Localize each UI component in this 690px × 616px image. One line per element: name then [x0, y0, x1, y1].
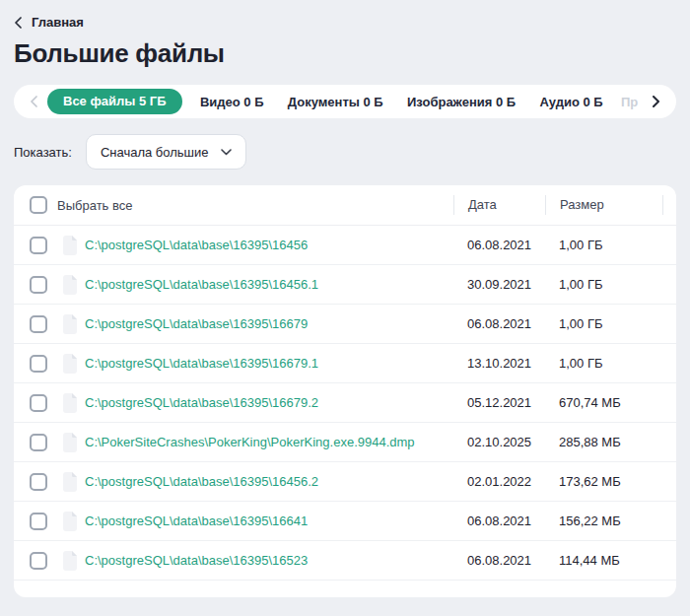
page-title: Большие файлы [14, 38, 676, 68]
table-row: C:\postgreSQL\data\base\16395\16456.2 02… [14, 462, 676, 502]
tab-list: Все файлы 5 ГБВидео 0 БДокументы 0 БИзоб… [47, 89, 643, 114]
file-path-link[interactable]: C:\postgreSQL\data\base\16395\16679.2 [85, 395, 318, 410]
file-date: 06.08.2021 [453, 316, 545, 331]
chevron-down-icon [221, 149, 232, 156]
file-size: 1,00 ГБ [545, 238, 662, 252]
file-size: 285,88 МБ [545, 435, 662, 449]
column-header-size: Размер [545, 195, 662, 215]
table-row: C:\postgreSQL\data\base\16395\16679.1 13… [14, 344, 676, 383]
row-checkbox[interactable] [30, 513, 47, 530]
table-row: C:\postgreSQL\data\base\16395\16456.1 30… [14, 265, 676, 305]
file-path-link[interactable]: C:\postgreSQL\data\base\16395\16456.1 [85, 277, 318, 292]
tab-all-files[interactable]: Все файлы 5 ГБ [47, 89, 182, 114]
large-files-page: Главная Большие файлы Все файлы 5 ГБВиде… [0, 0, 690, 597]
file-path-link[interactable]: C:\postgreSQL\data\base\16395\16523 [85, 553, 308, 568]
file-icon [62, 433, 78, 452]
sort-dropdown[interactable]: Сначала большие [86, 134, 246, 170]
file-size: 114,44 МБ [545, 553, 662, 568]
table-row: C:\PokerSiteCrashes\PokerKing\PokerKing.… [14, 423, 676, 462]
table-row: C:\postgreSQL\data\base\16395\16523 06.0… [14, 541, 676, 581]
file-size: 156,22 МБ [545, 513, 662, 528]
select-all-checkbox[interactable] [30, 196, 47, 214]
file-size: 1,00 ГБ [545, 316, 662, 331]
file-path-link[interactable]: C:\postgreSQL\data\base\16395\16679 [85, 316, 308, 331]
file-path-link[interactable]: C:\postgreSQL\data\base\16395\16456.2 [85, 474, 318, 489]
file-path-link[interactable]: C:\PokerSiteCrashes\PokerKing\PokerKing.… [85, 435, 415, 449]
table-body: C:\postgreSQL\data\base\16395\16456 06.0… [14, 226, 676, 581]
file-icon [62, 314, 78, 334]
file-size: 670,74 МБ [545, 395, 662, 410]
show-label: Показать: [14, 145, 72, 160]
tabs-scroll-right-button[interactable] [649, 96, 664, 107]
file-icon [62, 512, 78, 531]
tab-audio[interactable]: Аудио 0 Б [533, 95, 608, 109]
table-row: C:\postgreSQL\data\base\16395\16641 06.0… [14, 502, 676, 541]
back-chevron-icon [14, 17, 22, 29]
row-checkbox[interactable] [30, 276, 47, 294]
file-date: 02.10.2025 [453, 435, 545, 449]
breadcrumb-label[interactable]: Главная [32, 15, 84, 30]
tab-video[interactable]: Видео 0 Б [194, 95, 270, 109]
file-icon [62, 275, 78, 295]
tab-images[interactable]: Изображения 0 Б [401, 95, 521, 109]
file-icon [62, 551, 78, 571]
file-icon [62, 354, 78, 374]
row-checkbox[interactable] [30, 394, 47, 412]
table-header: Выбрать все Дата Размер [14, 185, 676, 226]
file-date: 13.10.2021 [453, 356, 545, 371]
file-size: 1,00 ГБ [545, 356, 662, 371]
file-date: 30.09.2021 [453, 277, 545, 292]
row-checkbox[interactable] [30, 355, 47, 373]
file-size: 173,62 МБ [545, 474, 662, 489]
header-end-divider [662, 195, 676, 215]
category-tabs: Все файлы 5 ГБВидео 0 БДокументы 0 БИзоб… [14, 85, 676, 118]
file-date: 06.08.2021 [453, 553, 545, 568]
column-header-date: Дата [453, 195, 545, 215]
files-table: Выбрать все Дата Размер C:\postgreSQL\da… [14, 185, 676, 597]
file-icon [62, 236, 78, 255]
file-icon [62, 472, 78, 492]
file-path-link[interactable]: C:\postgreSQL\data\base\16395\16456 [85, 238, 308, 252]
tabs-scroll-left-button[interactable] [26, 96, 41, 107]
table-row: C:\postgreSQL\data\base\16395\16679.2 05… [14, 383, 676, 423]
row-checkbox[interactable] [30, 434, 47, 451]
breadcrumb[interactable]: Главная [14, 0, 84, 30]
file-path-link[interactable]: C:\postgreSQL\data\base\16395\16679.1 [85, 356, 318, 371]
table-row: C:\postgreSQL\data\base\16395\16456 06.0… [14, 226, 676, 265]
file-date: 05.12.2021 [453, 395, 545, 410]
tab-documents[interactable]: Документы 0 Б [282, 95, 389, 109]
sort-dropdown-value: Сначала большие [101, 145, 209, 160]
row-checkbox[interactable] [30, 552, 47, 570]
row-checkbox[interactable] [30, 473, 47, 491]
table-row: C:\postgreSQL\data\base\16395\16679 06.0… [14, 305, 676, 344]
file-date: 06.08.2021 [453, 513, 545, 528]
file-date: 06.08.2021 [453, 238, 545, 252]
tab-more[interactable]: Пр [621, 95, 643, 109]
select-all-label[interactable]: Выбрать все [57, 198, 453, 213]
row-checkbox[interactable] [30, 315, 47, 333]
file-size: 1,00 ГБ [545, 277, 662, 292]
row-checkbox[interactable] [30, 237, 47, 254]
file-date: 02.01.2022 [453, 474, 545, 489]
file-path-link[interactable]: C:\postgreSQL\data\base\16395\16641 [85, 513, 308, 528]
file-icon [62, 393, 78, 413]
sort-filter-row: Показать: Сначала большие [14, 134, 676, 170]
